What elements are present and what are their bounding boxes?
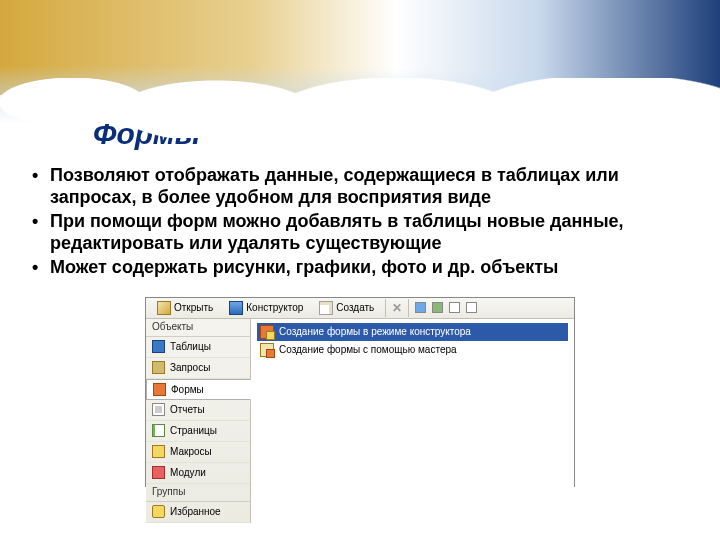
wizard-icon [260,325,274,339]
sidebar-item-tables[interactable]: Таблицы [146,337,250,358]
macro-icon [152,445,165,458]
delete-icon[interactable]: ✕ [392,301,402,315]
open-button[interactable]: Открыть [152,298,218,318]
create-button[interactable]: Создать [314,298,379,318]
open-icon [157,301,171,315]
sidebar-item-label: Избранное [170,506,221,517]
module-icon [152,466,165,479]
open-label: Открыть [174,302,213,313]
sidebar-item-label: Формы [171,384,204,395]
sidebar-item-queries[interactable]: Запросы [146,358,250,379]
sidebar-item-label: Макросы [170,446,212,457]
sidebar-item-label: Модули [170,467,206,478]
decorative-cloud [0,78,720,138]
table-icon [152,340,165,353]
main-item-label: Создание формы в режиме конструктора [279,326,471,337]
bullet-item: Может содержать рисунки, графики, фото и… [28,257,692,279]
sidebar-item-label: Таблицы [170,341,211,352]
embedded-screenshot-wrap: Открыть Конструктор Создать ✕ [28,297,692,487]
slide-content: Формы Позволяют отображать данные, содер… [0,95,720,487]
create-form-wizard[interactable]: Создание формы с помощью мастера [257,341,568,359]
form-icon [153,383,166,396]
sidebar-item-macros[interactable]: Макросы [146,442,250,463]
sidebar-item-favorites[interactable]: Избранное [146,502,250,523]
bullet-list: Позволяют отображать данные, содержащиес… [28,165,692,279]
toolbar-separator [408,299,409,317]
db-main-pane: Создание формы в режиме конструктора Соз… [251,319,574,523]
groups-header: Группы [146,484,250,502]
sidebar-item-pages[interactable]: Страницы [146,421,250,442]
sidebar-item-label: Отчеты [170,404,205,415]
favorites-icon [152,505,165,518]
wizard-icon [260,343,274,357]
design-label: Конструктор [246,302,303,313]
db-sidebar: Объекты Таблицы Запросы Формы [146,319,251,523]
sidebar-item-label: Запросы [170,362,210,373]
main-item-label: Создание формы с помощью мастера [279,344,457,355]
sidebar-item-modules[interactable]: Модули [146,463,250,484]
sidebar-item-reports[interactable]: Отчеты [146,400,250,421]
view-list-icon[interactable] [449,302,460,313]
sidebar-item-label: Страницы [170,425,217,436]
page-icon [152,424,165,437]
access-db-window: Открыть Конструктор Создать ✕ [145,297,575,487]
new-icon [319,301,333,315]
design-button[interactable]: Конструктор [224,298,308,318]
view-small-icon[interactable] [432,302,443,313]
objects-header: Объекты [146,319,250,337]
bullet-item: Позволяют отображать данные, содержащиес… [28,165,692,209]
toolbar-separator [385,299,386,317]
create-label: Создать [336,302,374,313]
view-details-icon[interactable] [466,302,477,313]
design-icon [229,301,243,315]
view-large-icon[interactable] [415,302,426,313]
db-body: Объекты Таблицы Запросы Формы [146,319,574,523]
db-toolbar: Открыть Конструктор Создать ✕ [146,298,574,319]
sidebar-item-forms[interactable]: Формы [146,379,251,400]
query-icon [152,361,165,374]
report-icon [152,403,165,416]
create-form-designer[interactable]: Создание формы в режиме конструктора [257,323,568,341]
bullet-item: При помощи форм можно добавлять в таблиц… [28,211,692,255]
